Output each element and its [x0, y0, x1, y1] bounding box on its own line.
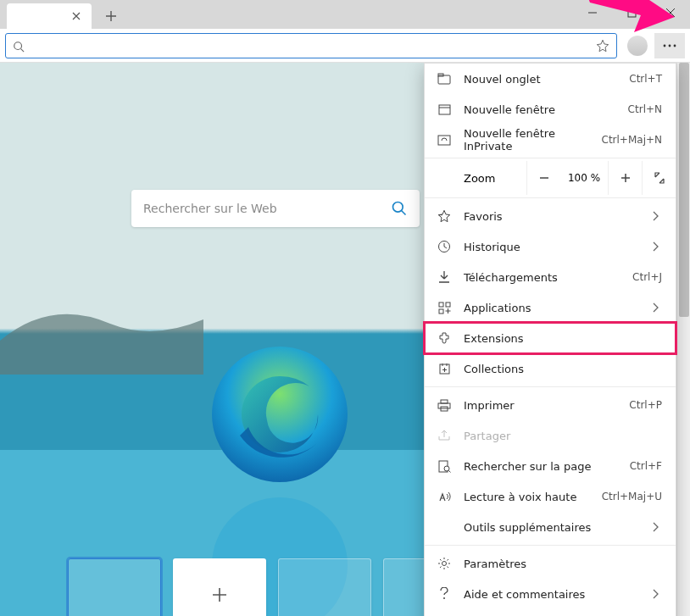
search-placeholder: Rechercher sur le Web [143, 202, 391, 215]
menu-label: Aide et commentaires [464, 588, 652, 601]
address-bar[interactable] [5, 33, 617, 58]
inprivate-icon [437, 132, 452, 147]
menu-apps[interactable]: Applications [425, 292, 676, 323]
web-search-box[interactable]: Rechercher sur le Web [131, 190, 420, 227]
menu-favorites[interactable]: Favoris [425, 201, 676, 231]
menu-settings[interactable]: Paramètres [425, 548, 676, 579]
chevron-right-icon [652, 211, 662, 221]
menu-label: Nouvelle fenêtre InPrivate [464, 127, 602, 153]
browser-tab[interactable] [7, 3, 92, 29]
menu-close-edge[interactable]: Fermer Microsoft Edge [425, 609, 676, 616]
menu-label: Partager [464, 430, 662, 442]
history-icon [437, 239, 452, 254]
svg-rect-15 [446, 302, 450, 307]
svg-point-22 [444, 466, 449, 471]
menu-label: Imprimer [464, 399, 629, 412]
add-quick-link-tile[interactable] [173, 558, 266, 616]
chevron-right-icon [652, 522, 662, 532]
menu-label: Collections [464, 363, 662, 375]
menu-shortcut: Ctrl+P [629, 399, 662, 411]
window-icon [437, 102, 452, 117]
maximize-button[interactable] [612, 0, 651, 25]
menu-extensions[interactable]: Extensions [425, 323, 676, 353]
zoom-out-button[interactable] [526, 161, 560, 195]
profile-button[interactable] [622, 33, 653, 58]
menu-label: Outils supplémentaires [464, 521, 652, 534]
titlebar [0, 0, 690, 29]
svg-rect-14 [439, 302, 443, 307]
share-icon [437, 428, 452, 443]
svg-rect-18 [441, 400, 448, 403]
address-input[interactable] [31, 39, 591, 52]
fullscreen-button[interactable] [642, 161, 676, 195]
menu-separator [425, 545, 676, 546]
svg-rect-11 [439, 105, 450, 114]
svg-rect-16 [439, 309, 443, 314]
menu-shortcut: Ctrl+Maj+N [602, 134, 662, 146]
new-tab-button[interactable] [97, 3, 125, 29]
apps-icon [437, 300, 452, 315]
star-icon [437, 208, 452, 224]
menu-label: Lecture à voix haute [464, 491, 602, 503]
more-menu-button[interactable] [654, 33, 685, 58]
toolbar [0, 29, 690, 63]
minimize-button[interactable] [573, 0, 612, 25]
menu-collections[interactable]: Collections [425, 353, 676, 384]
find-icon [437, 458, 452, 474]
menu-new-window[interactable]: Nouvelle fenêtre Ctrl+N [425, 94, 676, 125]
favorite-star-icon[interactable] [596, 39, 609, 53]
print-icon [437, 397, 452, 413]
menu-shortcut: Ctrl+T [629, 73, 662, 85]
menu-label: Paramètres [464, 558, 662, 570]
menu-more-tools[interactable]: Outils supplémentaires [425, 512, 676, 542]
menu-downloads[interactable]: Téléchargements Ctrl+J [425, 262, 676, 292]
close-window-button[interactable] [651, 0, 690, 25]
quick-link-tile[interactable] [68, 558, 161, 616]
menu-print[interactable]: Imprimer Ctrl+P [425, 390, 676, 420]
zoom-label: Zoom [425, 172, 526, 185]
menu-separator [425, 386, 676, 387]
menu-label: Téléchargements [464, 271, 632, 284]
settings-menu: Nouvel onglet Ctrl+T Nouvelle fenêtre Ct… [424, 63, 676, 616]
blank-icon [437, 519, 452, 535]
search-icon[interactable] [391, 200, 408, 217]
menu-label: Applications [464, 302, 652, 314]
menu-new-inprivate[interactable]: Nouvelle fenêtre InPrivate Ctrl+Maj+N [425, 125, 676, 155]
edge-logo [208, 342, 352, 486]
page-content: Rechercher sur le Web [0, 63, 690, 616]
svg-point-6 [393, 203, 403, 213]
menu-zoom-row: Zoom 100 % [425, 161, 676, 195]
svg-point-7 [212, 347, 348, 482]
scrollbar-thumb[interactable] [679, 63, 689, 317]
menu-label: Rechercher sur la page [464, 460, 630, 473]
menu-new-tab[interactable]: Nouvel onglet Ctrl+T [425, 64, 676, 94]
help-icon [437, 586, 452, 602]
menu-shortcut: Ctrl+Maj+U [602, 491, 662, 502]
window-controls [573, 0, 690, 25]
svg-point-4 [669, 44, 671, 47]
menu-label: Favoris [464, 210, 652, 223]
menu-shortcut: Ctrl+J [632, 271, 662, 283]
zoom-in-button[interactable] [608, 161, 642, 195]
menu-shortcut: Ctrl+F [630, 460, 662, 472]
menu-history[interactable]: Historique [425, 231, 676, 262]
vertical-scrollbar[interactable] [676, 63, 690, 616]
search-icon [13, 40, 25, 52]
menu-help[interactable]: Aide et commentaires [425, 579, 676, 609]
svg-point-23 [442, 562, 447, 566]
menu-share: Partager [425, 420, 676, 451]
chevron-right-icon [652, 302, 662, 313]
menu-label: Nouvel onglet [464, 73, 629, 86]
close-tab-icon[interactable] [70, 9, 83, 23]
menu-shortcut: Ctrl+N [628, 103, 662, 115]
menu-separator [425, 197, 676, 198]
menu-separator [425, 158, 676, 158]
read-aloud-icon [437, 489, 452, 504]
gear-icon [437, 556, 452, 571]
svg-point-2 [14, 42, 22, 49]
menu-label: Historique [464, 241, 652, 253]
menu-read-aloud[interactable]: Lecture à voix haute Ctrl+Maj+U [425, 481, 676, 512]
menu-find[interactable]: Rechercher sur la page Ctrl+F [425, 451, 676, 481]
svg-point-24 [443, 597, 445, 599]
quick-link-tile[interactable] [278, 558, 371, 616]
